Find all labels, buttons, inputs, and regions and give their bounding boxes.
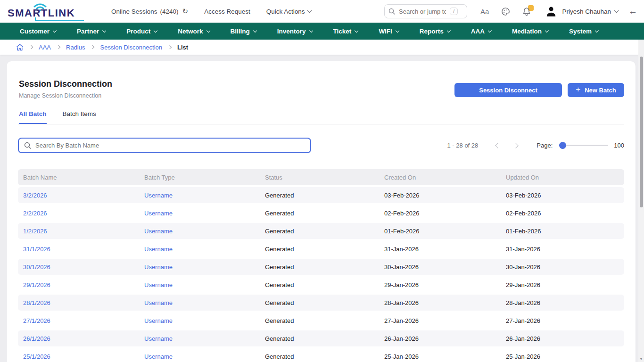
created-on-cell: 26-Jan-2026 [379, 335, 501, 342]
tab-bar: All Batch Batch Items [18, 110, 624, 124]
created-on-cell: 28-Jan-2026 [379, 299, 501, 306]
page-size-slider[interactable] [559, 145, 608, 146]
slider-thumb[interactable] [559, 142, 566, 149]
batch-type-link[interactable]: Username [144, 317, 173, 324]
updated-on-cell: 30-Jan-2026 [501, 263, 624, 271]
table-row: 27/1/2026 Username Generated 27-Jan-2026… [18, 313, 624, 329]
status-cell: Generated [260, 263, 379, 271]
batch-type-link[interactable]: Username [144, 281, 173, 288]
breadcrumb-separator [91, 45, 94, 49]
chevron-down-icon [355, 28, 358, 32]
chevron-down-icon [545, 28, 549, 32]
scrollbar-down-arrow[interactable]: ▼ [639, 357, 643, 361]
batch-name-link[interactable]: 29/1/2026 [23, 281, 50, 288]
quick-actions-menu[interactable]: Quick Actions [266, 8, 311, 15]
batch-name-link[interactable]: 30/1/2026 [23, 263, 50, 271]
status-cell: Generated [260, 228, 379, 235]
batch-name-link[interactable]: 31/1/2026 [23, 246, 50, 253]
batch-search[interactable] [18, 138, 311, 153]
batch-name-link[interactable]: 27/1/2026 [23, 317, 50, 324]
avatar[interactable] [545, 5, 557, 17]
global-search[interactable]: / [384, 4, 467, 18]
nav-menu-item[interactable]: Ticket [333, 28, 358, 35]
created-on-cell: 25-Jan-2026 [379, 353, 501, 360]
batch-type-link[interactable]: Username [144, 210, 173, 217]
chevron-down-icon [307, 8, 312, 13]
tab-batch-items[interactable]: Batch Items [63, 110, 96, 124]
nav-menu-item[interactable]: System [569, 28, 598, 35]
nav-menu-item[interactable]: Billing [231, 28, 256, 35]
chevron-down-icon [488, 28, 492, 32]
page-size-label: Page: [537, 142, 553, 149]
nav-menu-item[interactable]: Network [178, 28, 209, 35]
batch-type-link[interactable]: Username [144, 335, 173, 342]
table-row: 3/2/2026 Username Generated 03-Feb-2026 … [18, 187, 624, 203]
theme-button[interactable] [501, 7, 510, 16]
breadcrumb-link[interactable]: Radius [66, 44, 85, 51]
created-on-cell: 01-Feb-2026 [379, 228, 501, 235]
nav-menu-item[interactable]: Mediation [512, 28, 548, 35]
prev-page-icon[interactable] [495, 143, 501, 148]
table-row: 25/1/2026 Username Generated 25-Jan-2026… [18, 348, 624, 362]
batch-type-link[interactable]: Username [144, 228, 173, 235]
logo-underline [35, 17, 84, 21]
user-menu[interactable]: Priyesh Chauhan [562, 8, 618, 15]
batch-type-link[interactable]: Username [144, 192, 173, 199]
batch-name-link[interactable]: 25/1/2026 [23, 353, 50, 360]
batch-type-link[interactable]: Username [144, 263, 173, 271]
access-request-link[interactable]: Access Request [204, 8, 250, 15]
breadcrumb-link[interactable]: Session Disconnection [100, 44, 162, 51]
batch-name-link[interactable]: 28/1/2026 [23, 299, 50, 306]
bell-icon [522, 7, 531, 16]
nav-menu-item[interactable]: Reports [420, 28, 450, 35]
created-on-cell: 03-Feb-2026 [379, 192, 501, 199]
next-page-icon[interactable] [513, 143, 519, 148]
font-size-toggle[interactable]: Aa [480, 8, 489, 16]
nav-menu-item[interactable]: Product [126, 28, 157, 35]
batch-type-link[interactable]: Username [144, 246, 173, 253]
updated-on-cell: 29-Jan-2026 [501, 281, 624, 288]
batch-search-input[interactable] [35, 142, 305, 149]
smartlink-logo[interactable]: SMARTLINK [8, 2, 83, 21]
batch-type-link[interactable]: Username [144, 353, 173, 360]
breadcrumb-link[interactable]: AAA [39, 44, 51, 51]
nav-menu-item[interactable]: Customer [20, 28, 56, 35]
batch-name-link[interactable]: 3/2/2026 [23, 192, 47, 199]
global-search-input[interactable] [399, 8, 446, 15]
tab-all-batch[interactable]: All Batch [19, 110, 47, 124]
col-updated-on: Updated On [501, 174, 624, 181]
palette-icon [501, 7, 510, 16]
batch-name-link[interactable]: 2/2/2026 [23, 210, 47, 217]
chevron-down-icon [206, 28, 210, 32]
search-icon [24, 142, 31, 149]
nav-menu-item[interactable]: Inventory [277, 28, 313, 35]
notifications-button[interactable] [522, 7, 531, 16]
home-icon[interactable] [16, 44, 24, 51]
status-cell: Generated [260, 281, 379, 288]
chevron-down-icon [53, 28, 57, 32]
status-cell: Generated [260, 335, 379, 342]
batch-type-link[interactable]: Username [144, 299, 173, 306]
chevron-down-icon [396, 28, 399, 32]
back-arrow-button[interactable]: ← [628, 6, 637, 16]
batch-name-link[interactable]: 1/2/2026 [23, 228, 47, 235]
content-card: Session Disconnection Manage Session Dis… [7, 61, 636, 362]
updated-on-cell: 03-Feb-2026 [501, 192, 624, 199]
pagination-range: 1 - 28 of 28 [447, 142, 479, 149]
new-batch-button[interactable]: + New Batch [568, 83, 624, 97]
nav-menu-item[interactable]: WiFi [379, 28, 398, 35]
created-on-cell: 30-Jan-2026 [379, 263, 501, 271]
batch-name-link[interactable]: 26/1/2026 [23, 335, 50, 342]
nav-menu-item[interactable]: AAA [471, 28, 491, 35]
nav-menu-item[interactable]: Partner [77, 28, 106, 35]
batch-table: Batch Name Batch Type Status Created On … [18, 169, 624, 362]
vertical-scrollbar[interactable]: ▼ [638, 40, 644, 362]
session-disconnect-button[interactable]: Session Disconnect [454, 83, 562, 97]
status-cell: Generated [260, 317, 379, 324]
scrollbar-thumb[interactable] [640, 57, 643, 207]
refresh-icon[interactable]: ↻ [182, 7, 189, 16]
table-row: 29/1/2026 Username Generated 29-Jan-2026… [18, 277, 624, 293]
created-on-cell: 02-Feb-2026 [379, 210, 501, 217]
table-row: 26/1/2026 Username Generated 26-Jan-2026… [18, 330, 624, 346]
breadcrumb: AAA Radius Session Disconnection List [0, 40, 644, 55]
